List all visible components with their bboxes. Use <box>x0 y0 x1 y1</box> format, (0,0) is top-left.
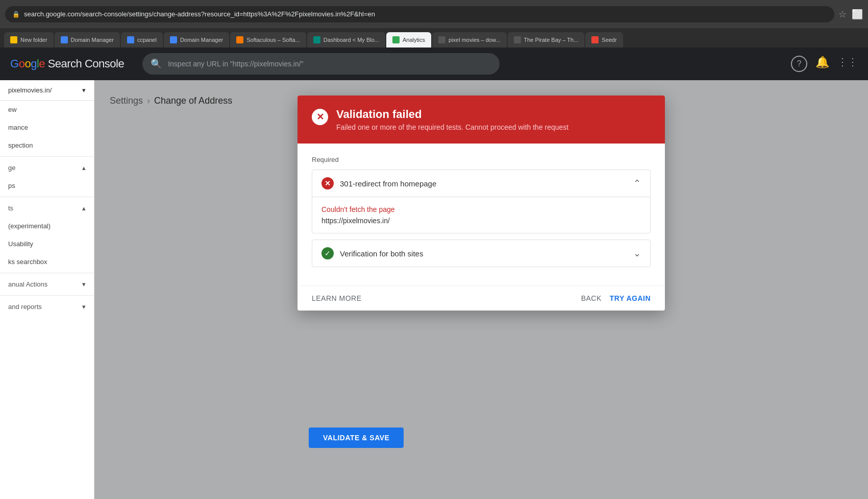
tab-label: Seedr <box>602 37 616 43</box>
check-item-verification-header[interactable]: ✓ Verification for both sites ⌄ <box>312 240 650 267</box>
status-success-icon: ✓ <box>321 247 334 259</box>
header-icons: ? 🔔 ⋮⋮ <box>791 56 858 72</box>
tab-softaculous[interactable]: Softaculous – Softa... <box>230 32 306 47</box>
verification-label: Verification for both sites <box>340 249 423 258</box>
chevron-up-expand-icon[interactable]: ⌃ <box>633 178 641 189</box>
tab-pixel-movies[interactable]: pixel movies – dow... <box>432 32 507 47</box>
sidebar-section-manual[interactable]: anual Actions ▾ <box>0 275 94 293</box>
search-placeholder: Inspect any URL in "https://pixelmovies.… <box>168 60 303 68</box>
sidebar-item-experimental[interactable]: (experimental) <box>0 217 94 235</box>
app-header: Google Search Console 🔍 Inspect any URL … <box>0 47 868 80</box>
property-name: pixelmovies.in/ <box>8 86 52 94</box>
sidebar-item-inspection[interactable]: spection <box>0 136 94 154</box>
redirect-error-text: Couldn't fetch the page <box>321 205 641 213</box>
chevron-down-expand-icon[interactable]: ⌄ <box>633 248 641 259</box>
sidebar-section-indexing[interactable]: ge ▴ <box>0 159 94 177</box>
grid-icon[interactable]: ⋮⋮ <box>837 56 858 72</box>
extensions-icon[interactable]: ⬜ <box>852 9 863 20</box>
url-bar[interactable]: 🔒 search.google.com/search-console/setti… <box>5 6 834 22</box>
content-area: Settings › Change of Address ✕ Validatio… <box>94 80 868 499</box>
tab-domain-manager-2[interactable]: Domain Manager <box>164 32 229 47</box>
check-item-redirect-header[interactable]: ✕ 301-redirect from homepage ⌃ <box>312 170 650 197</box>
status-error-icon: ✕ <box>321 177 334 189</box>
tab-label: ccpanel <box>137 37 157 43</box>
tab-favicon <box>514 36 521 43</box>
redirect-label: 301-redirect from homepage <box>340 179 436 188</box>
sidebar-property[interactable]: pixelmovies.in/ ▾ <box>0 80 94 101</box>
chevron-down-icon-2: ▾ <box>82 280 86 288</box>
footer-right-buttons: BACK TRY AGAIN <box>581 294 651 302</box>
chevron-up-icon-2: ▴ <box>82 204 86 212</box>
tab-favicon <box>392 36 400 43</box>
star-icon[interactable]: ☆ <box>838 9 847 20</box>
validate-save-button[interactable]: VALIDATE & SAVE <box>309 427 404 448</box>
sidebar-item-usability[interactable]: Usability <box>0 235 94 253</box>
help-icon[interactable]: ? <box>791 56 807 72</box>
tab-favicon <box>438 36 445 43</box>
tab-favicon <box>127 36 134 43</box>
error-icon: ✕ <box>312 109 328 125</box>
tab-favicon <box>10 36 17 43</box>
sidebar-divider-3 <box>0 273 94 273</box>
tab-favicon <box>236 36 243 43</box>
tab-label: Softaculous – Softa... <box>246 37 300 43</box>
try-again-button[interactable]: TRY AGAIN <box>610 294 651 302</box>
tab-seedr[interactable]: Seedr <box>585 32 623 47</box>
tab-label: Analytics <box>403 37 425 43</box>
browser-actions: ☆ ⬜ <box>838 9 863 20</box>
browser-chrome: 🔒 search.google.com/search-console/setti… <box>0 0 868 28</box>
tab-favicon <box>313 36 320 43</box>
sidebar-item-maps[interactable]: ps <box>0 177 94 195</box>
tab-favicon <box>61 36 68 43</box>
sidebar-section-experience[interactable]: ts ▴ <box>0 199 94 217</box>
required-label: Required <box>312 156 651 163</box>
tab-label: Domain Manager <box>180 37 223 43</box>
check-item-redirect: ✕ 301-redirect from homepage ⌃ Couldn't … <box>312 170 651 233</box>
tab-label: New folder <box>20 37 47 43</box>
dialog-header-text: Validation failed Failed one or more of … <box>336 108 568 131</box>
tab-favicon <box>591 36 599 43</box>
lock-icon: 🔒 <box>12 11 20 18</box>
tabs-bar: New folder Domain Manager ccpanel Domain… <box>0 28 868 47</box>
chevron-down-icon-3: ▾ <box>82 303 86 311</box>
learn-more-button[interactable]: LEARN MORE <box>312 294 362 302</box>
validate-button-container: VALIDATE & SAVE <box>309 427 404 448</box>
validation-dialog: ✕ Validation failed Failed one or more o… <box>297 96 665 311</box>
sidebar-item-searchbox[interactable]: ks searchbox <box>0 253 94 271</box>
check-item-left: ✕ 301-redirect from homepage <box>321 177 436 189</box>
url-text: search.google.com/search-console/setting… <box>24 10 375 18</box>
tab-domain-manager-1[interactable]: Domain Manager <box>55 32 120 47</box>
sidebar: pixelmovies.in/ ▾ ew mance spection ge ▴… <box>0 80 94 499</box>
sidebar-section-reports[interactable]: and reports ▾ <box>0 298 94 316</box>
tab-dashboard[interactable]: Dashboard < My Blo... <box>307 32 385 47</box>
search-icon: 🔍 <box>151 58 162 69</box>
tab-pirate-bay[interactable]: The Pirate Bay – Th... <box>508 32 585 47</box>
tab-analytics[interactable]: Analytics <box>386 32 431 47</box>
tab-label: Domain Manager <box>71 37 114 43</box>
app-logo: Google Search Console <box>10 57 124 70</box>
dialog-overlay: ✕ Validation failed Failed one or more o… <box>94 80 868 499</box>
notification-icon[interactable]: 🔔 <box>815 56 829 72</box>
dialog-error-header: ✕ Validation failed Failed one or more o… <box>297 96 665 144</box>
sidebar-item-overview[interactable]: ew <box>0 101 94 118</box>
tab-favicon <box>170 36 177 43</box>
check-item-redirect-body: Couldn't fetch the page https://pixelmov… <box>312 197 650 233</box>
check-item-verification-left: ✓ Verification for both sites <box>321 247 423 259</box>
tab-label: Dashboard < My Blo... <box>324 37 379 43</box>
tab-new-folder[interactable]: New folder <box>4 32 54 47</box>
sidebar-divider-2 <box>0 197 94 197</box>
sidebar-item-performance[interactable]: mance <box>0 118 94 136</box>
back-button[interactable]: BACK <box>581 294 602 302</box>
chevron-up-icon: ▴ <box>82 164 86 172</box>
chevron-down-icon: ▾ <box>82 86 86 94</box>
dialog-footer: LEARN MORE BACK TRY AGAIN <box>297 286 665 311</box>
search-bar[interactable]: 🔍 Inspect any URL in "https://pixelmovie… <box>142 53 500 75</box>
tab-label: pixel movies – dow... <box>449 37 501 43</box>
redirect-error-url: https://pixelmovies.in/ <box>321 217 641 225</box>
tab-ccpanel[interactable]: ccpanel <box>121 32 163 47</box>
tab-label: The Pirate Bay – Th... <box>524 37 579 43</box>
dialog-body: Required ✕ 301-redirect from homepage ⌃ … <box>297 144 665 286</box>
sidebar-divider <box>0 156 94 157</box>
dialog-title: Validation failed <box>336 108 568 121</box>
dialog-subtitle: Failed one or more of the required tests… <box>336 123 568 131</box>
